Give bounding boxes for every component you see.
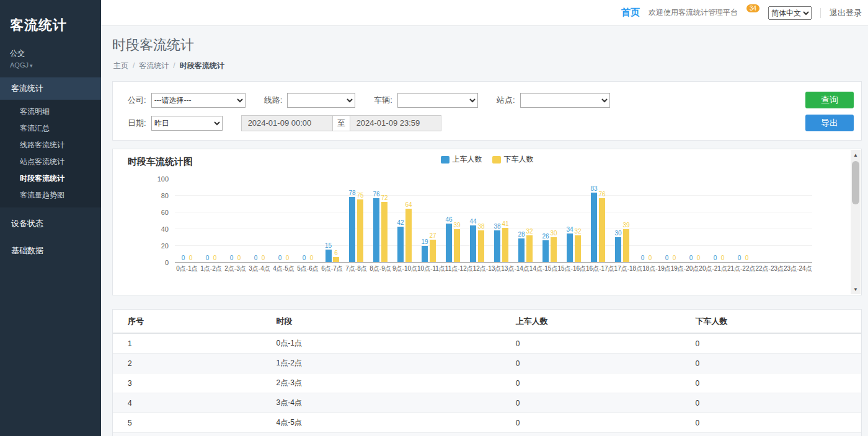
table-cell: 0点-1点 (270, 333, 509, 354)
bar-column: 0 (180, 255, 187, 262)
bar-column: 0 (671, 255, 678, 262)
x-tick-label: 9点-10点 (392, 264, 417, 273)
bar-value-label: 32 (575, 228, 582, 235)
bar-column: 0 (720, 255, 726, 262)
breadcrumb-separator: / (133, 61, 135, 70)
company-select[interactable]: ---请选择--- (151, 93, 246, 108)
x-tick-label: 17点-18点 (614, 264, 643, 273)
bar-value-label: 26 (542, 233, 549, 240)
y-axis: 020406080100 (138, 179, 175, 263)
sidebar-item[interactable]: 时段客流统计 (0, 170, 101, 187)
bar-column: 39 (454, 222, 461, 262)
bar-column: 32 (575, 228, 582, 262)
x-tick-label: 14点-15点 (529, 264, 558, 273)
bar-column: 0 (205, 255, 211, 262)
x-tick-label: 0点-1点 (175, 264, 199, 273)
y-tick-label: 40 (161, 225, 169, 233)
query-button[interactable]: 查询 (805, 92, 854, 108)
bar-column: 28 (518, 231, 525, 262)
bar-value-label: 0 (206, 255, 210, 261)
sidebar-item[interactable]: 线路客流统计 (0, 137, 101, 154)
y-tick-label: 20 (161, 242, 169, 250)
bar-group: 1927 (417, 179, 441, 262)
date-to-input[interactable] (350, 115, 441, 131)
bar-column: 15 (325, 242, 332, 262)
sidebar-item[interactable]: 客流量趋势图 (0, 187, 101, 204)
bar (518, 238, 525, 262)
date-from-input[interactable] (241, 115, 333, 131)
legend-label: 下车人数 (504, 154, 534, 165)
sidebar-item[interactable]: 客流明细 (0, 103, 101, 120)
data-table: 序号时段上车人数下车人数 10点-1点0021点-2点0032点-3点0043点… (113, 310, 861, 436)
bar-value-label: 44 (469, 218, 476, 225)
org-name: 公交 (0, 35, 101, 59)
table-header-row: 序号时段上车人数下车人数 (113, 310, 861, 333)
welcome-text: 欢迎使用客流统计管理平台 (649, 7, 738, 18)
data-table-panel: 序号时段上车人数下车人数 10点-1点0021点-2点0032点-3点0043点… (112, 309, 862, 436)
legend-item[interactable]: 上车人数 (441, 154, 482, 165)
bar-value-label: 0 (721, 255, 725, 261)
bar-column: 0 (277, 255, 283, 262)
bar (349, 197, 355, 262)
bar-group: 00 (223, 179, 247, 262)
table-cell: 1 (113, 333, 270, 354)
bar-value-label: 38 (478, 223, 485, 230)
bar-column: 0 (737, 255, 743, 262)
logout-link[interactable]: 退出登录 (830, 7, 862, 19)
bar-group: 2832 (513, 179, 538, 262)
legend-item[interactable]: 下车人数 (492, 154, 534, 165)
station-select[interactable] (520, 93, 610, 108)
vehicle-select[interactable] (397, 93, 478, 108)
y-tick-label: 100 (157, 175, 169, 183)
sidebar-section[interactable]: 客流统计 (0, 77, 101, 100)
scroll-down-icon[interactable]: ▼ (851, 284, 861, 294)
y-tick-label: 80 (161, 192, 169, 199)
chart-scrollbar[interactable]: ▲ ▼ (851, 150, 861, 294)
breadcrumb-section[interactable]: 客流统计 (139, 61, 169, 70)
bar-group: 4264 (392, 179, 417, 262)
bar (599, 198, 605, 262)
scrollbar-thumb[interactable] (852, 161, 859, 204)
bar-column: 0 (744, 255, 750, 262)
bar (446, 224, 452, 262)
scroll-up-icon[interactable]: ▲ (851, 150, 861, 160)
date-preset-select[interactable]: 昨日 (151, 116, 223, 131)
table-cell: 0 (689, 413, 861, 433)
bar-value-label: 0 (665, 255, 669, 261)
bar-group: 4639 (441, 179, 465, 262)
sidebar-item[interactable]: 站点客流统计 (0, 154, 101, 170)
bar-column: 72 (381, 194, 388, 262)
org-selector[interactable]: AQGJ▾ (0, 59, 101, 77)
bar-column: 0 (229, 255, 235, 262)
home-link[interactable]: 首页 (621, 7, 640, 19)
table-cell: 0 (510, 354, 689, 373)
bar-column: 27 (430, 232, 436, 262)
x-tick-label: 21点-22点 (727, 264, 756, 273)
sidebar-section[interactable]: 设备状态 (0, 212, 101, 235)
filter-row-1: 公司: ---请选择--- 线路: 车辆: 站点: (128, 92, 854, 108)
sidebar-menu: 客流统计客流明细客流汇总线路客流统计站点客流统计时段客流统计客流量趋势图设备状态… (0, 77, 101, 267)
bar-value-label: 0 (714, 255, 717, 261)
bar-column: 76 (599, 191, 606, 262)
breadcrumb-home[interactable]: 主页 (113, 61, 128, 70)
bar-column: 34 (566, 226, 573, 262)
x-tick-label: 10点-11点 (417, 264, 445, 273)
line-select[interactable] (287, 93, 355, 108)
export-button[interactable]: 导出 (805, 115, 854, 131)
sidebar-section[interactable]: 基础数据 (0, 240, 101, 262)
bar-value-label: 32 (526, 228, 533, 235)
chevron-down-icon: ▾ (30, 63, 33, 69)
bar-group: 00 (272, 179, 296, 262)
bar-value-label: 0 (262, 255, 265, 261)
table-cell: 0 (510, 333, 689, 354)
bar-value-label: 38 (494, 223, 500, 230)
bar-value-label: 0 (189, 255, 193, 261)
bar-group: 3432 (562, 179, 586, 262)
bar-value-label: 0 (254, 255, 258, 261)
chart-header: 时段车流统计图 上车人数下车人数 (113, 149, 861, 168)
x-tick-label: 12点-13点 (473, 264, 502, 273)
bar (591, 193, 597, 262)
table-row: 54点-5点00 (113, 413, 861, 433)
language-select[interactable]: 简体中文 (768, 6, 812, 20)
sidebar-item[interactable]: 客流汇总 (0, 120, 101, 137)
